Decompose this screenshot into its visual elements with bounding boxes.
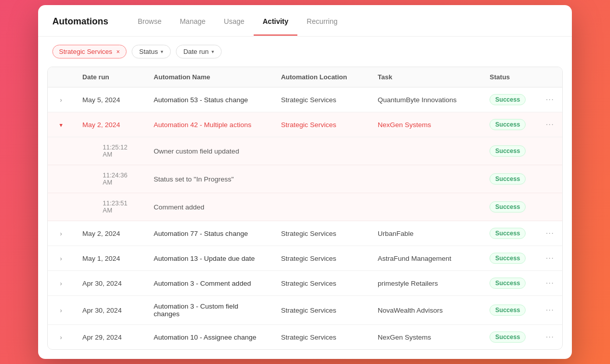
expand-icon[interactable]: ›	[56, 280, 66, 287]
row-task: NexGen Systems	[370, 325, 481, 350]
row-automation-name: Automation 53 - Status change	[145, 87, 272, 112]
collapse-icon[interactable]: ▾	[56, 122, 66, 129]
tab-usage[interactable]: Usage	[215, 17, 253, 36]
row-date: May 2, 2024	[74, 112, 145, 137]
sub-row-action: Owner custom field updated	[145, 137, 272, 165]
more-icon[interactable]: ···	[546, 279, 554, 287]
row-automation-name: Automation 13 - Update due date	[145, 246, 272, 271]
col-header-toggle	[48, 67, 74, 87]
status-badge: Success	[490, 305, 526, 316]
row-more-cell[interactable]: ···	[538, 112, 562, 137]
row-more-cell[interactable]: ···	[538, 87, 562, 112]
row-task: QuantumByte Innovations	[370, 87, 481, 112]
col-header-task: Task	[370, 67, 481, 87]
sub-row-toggle	[48, 137, 74, 165]
sub-row: 11:23:51 AM Comment added Success	[48, 193, 562, 221]
expand-icon[interactable]: ›	[56, 334, 66, 341]
row-more-cell[interactable]: ···	[538, 271, 562, 296]
sub-row-location	[273, 193, 370, 221]
expand-icon[interactable]: ›	[56, 230, 66, 237]
more-icon[interactable]: ···	[546, 120, 554, 129]
more-icon[interactable]: ···	[546, 332, 554, 341]
sub-row-action: Status set to "In Progress"	[145, 165, 272, 193]
more-icon[interactable]: ···	[546, 306, 554, 314]
filter-daterun-label: Date run	[184, 48, 209, 55]
col-header-more	[538, 67, 562, 87]
more-icon[interactable]: ···	[546, 254, 554, 262]
sub-row-more	[538, 137, 562, 165]
tab-manage[interactable]: Manage	[171, 17, 215, 36]
row-toggle-cell[interactable]: ›	[48, 87, 74, 112]
sub-row-time: 11:25:12 AM	[74, 137, 145, 165]
row-more-cell[interactable]: ···	[538, 296, 562, 325]
sub-row-toggle	[48, 193, 74, 221]
sub-status-badge: Success	[490, 173, 526, 185]
expand-icon[interactable]: ›	[56, 255, 66, 262]
table-row: › Apr 30, 2024 Automation 3 - Custom fie…	[48, 296, 562, 325]
row-status: Success	[481, 271, 537, 296]
status-badge: Success	[490, 119, 526, 130]
row-toggle-cell[interactable]: ›	[48, 246, 74, 271]
tab-browse[interactable]: Browse	[129, 17, 171, 36]
table-row: ▾ May 2, 2024 Automation 42 - Multiple a…	[48, 112, 562, 137]
filter-chip-strategic[interactable]: Strategic Services ×	[52, 45, 127, 58]
sub-row: 11:24:36 AM Status set to "In Progress" …	[48, 165, 562, 193]
row-toggle-cell[interactable]: ›	[48, 271, 74, 296]
table-header-row: Date run Automation Name Automation Loca…	[48, 67, 562, 87]
filter-status-label: Status	[139, 48, 158, 55]
filter-chip-remove-icon[interactable]: ×	[116, 48, 120, 55]
row-toggle-cell[interactable]: ›	[48, 325, 74, 350]
row-task: AstraFund Management	[370, 246, 481, 271]
more-icon[interactable]: ···	[546, 229, 554, 237]
row-task: NexGen Systems	[370, 112, 481, 137]
row-location: Strategic Services	[273, 246, 370, 271]
filter-status-button[interactable]: Status ▾	[132, 45, 171, 58]
row-more-cell[interactable]: ···	[538, 325, 562, 350]
filter-bar: Strategic Services × Status ▾ Date run ▾	[38, 37, 572, 67]
row-toggle-cell[interactable]: ›	[48, 221, 74, 246]
row-toggle-cell[interactable]: ▾	[48, 112, 74, 137]
table-row: › Apr 29, 2024 Automation 10 - Assignee …	[48, 325, 562, 350]
row-status: Success	[481, 112, 537, 137]
tab-activity[interactable]: Activity	[254, 17, 298, 36]
table-row: › May 1, 2024 Automation 13 - Update due…	[48, 246, 562, 271]
status-badge: Success	[490, 228, 526, 239]
col-header-status: Status	[481, 67, 537, 87]
row-date: May 1, 2024	[74, 246, 145, 271]
sub-row-status: Success	[481, 165, 537, 193]
status-badge: Success	[490, 278, 526, 289]
row-automation-name: Automation 3 - Custom field changes	[145, 296, 272, 325]
sub-row-task	[370, 165, 481, 193]
row-status: Success	[481, 87, 537, 112]
filter-daterun-button[interactable]: Date run ▾	[176, 45, 222, 58]
row-date: May 5, 2024	[74, 87, 145, 112]
sub-row-task	[370, 193, 481, 221]
tab-nav: Browse Manage Usage Activity Recurring	[129, 17, 558, 36]
more-icon[interactable]: ···	[546, 95, 554, 104]
status-badge: Success	[490, 331, 526, 343]
row-location: Strategic Services	[273, 221, 370, 246]
col-header-name: Automation Name	[145, 67, 272, 87]
row-location: Strategic Services	[273, 87, 370, 112]
row-task: NovaWealth Advisors	[370, 296, 481, 325]
tab-recurring[interactable]: Recurring	[297, 17, 347, 36]
sub-row-action: Comment added	[145, 193, 272, 221]
main-window: Automations Browse Manage Usage Activity…	[38, 5, 572, 359]
row-toggle-cell[interactable]: ›	[48, 296, 74, 325]
row-more-cell[interactable]: ···	[538, 221, 562, 246]
expand-icon[interactable]: ›	[56, 307, 66, 314]
row-automation-name: Automation 42 - Multiple actions	[145, 112, 272, 137]
sub-row: 11:25:12 AM Owner custom field updated S…	[48, 137, 562, 165]
status-badge: Success	[490, 94, 526, 105]
sub-row-time: 11:24:36 AM	[74, 165, 145, 193]
row-task: primestyle Retailers	[370, 271, 481, 296]
expand-icon[interactable]: ›	[56, 97, 66, 104]
row-more-cell[interactable]: ···	[538, 246, 562, 271]
daterun-chevron-icon: ▾	[211, 49, 214, 54]
row-location: Strategic Services	[273, 296, 370, 325]
app-title: Automations	[52, 16, 108, 36]
sub-row-status: Success	[481, 193, 537, 221]
header: Automations Browse Manage Usage Activity…	[38, 5, 572, 37]
sub-row-toggle	[48, 165, 74, 193]
sub-row-task	[370, 137, 481, 165]
